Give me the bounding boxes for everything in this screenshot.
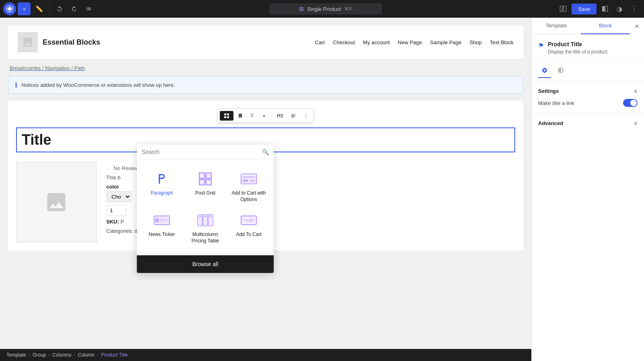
svg-rect-8 xyxy=(227,116,229,118)
nav-cart[interactable]: Cart xyxy=(315,39,325,45)
page-title-button[interactable]: ⊞ Single Product ⌘K xyxy=(269,3,382,14)
block-search-input[interactable] xyxy=(142,149,259,155)
inserter-item-news-ticker[interactable]: News Ticker xyxy=(140,207,184,249)
inserter-item-add-to-cart-options[interactable]: Add to Cart with Options xyxy=(227,166,270,207)
block-style-button[interactable] xyxy=(598,3,612,15)
page-title-shortcut: ⌘K xyxy=(344,6,352,12)
advanced-chevron: ∨ xyxy=(634,120,638,126)
undo-button[interactable] xyxy=(53,3,66,14)
sku-label: SKU: xyxy=(106,219,119,225)
product-title-text: Title xyxy=(22,131,51,148)
nav-myaccount[interactable]: My account xyxy=(363,39,390,45)
sidebar-icon-tabs xyxy=(532,62,644,82)
bookmark-sidebar-icon: ⚑ xyxy=(538,42,544,49)
more-options-button[interactable]: ⋮ xyxy=(627,2,641,16)
breadcrumb-template[interactable]: Template xyxy=(6,352,26,358)
view-button[interactable] xyxy=(556,3,570,15)
quantity-input[interactable] xyxy=(106,205,126,215)
nav-shop[interactable]: Shop xyxy=(469,39,481,45)
nav-checkout[interactable]: Checkout xyxy=(333,39,355,45)
breadcrumbs[interactable]: Breadcrumbs / Navigation / Path xyxy=(8,65,523,71)
svg-rect-7 xyxy=(224,116,226,118)
advanced-section-title[interactable]: Advanced ∨ xyxy=(538,120,638,126)
inserter-item-add-to-cart[interactable]: + Cart Add To Cart xyxy=(227,207,270,249)
bc-sep-2: › xyxy=(48,352,50,358)
breadcrumb-columns[interactable]: Columns xyxy=(52,352,71,358)
news-ticker-icon xyxy=(154,212,170,228)
close-icon: ✕ xyxy=(635,23,639,29)
sidebar-close-button[interactable]: ✕ xyxy=(630,18,644,34)
drag-handle[interactable]: ⠿ xyxy=(247,111,257,121)
settings-section-title[interactable]: Settings ∧ xyxy=(538,88,638,94)
breadcrumb-group[interactable]: Group xyxy=(33,352,46,358)
settings-chevron: ∧ xyxy=(634,88,638,94)
add-to-cart-options-icon xyxy=(241,171,257,187)
svg-rect-11 xyxy=(199,180,205,185)
settings-icon-tab[interactable] xyxy=(538,65,551,78)
svg-text:+ Cart: + Cart xyxy=(244,219,254,223)
browse-all-button[interactable]: Browse all xyxy=(137,255,274,273)
nav-newpage[interactable]: New Page xyxy=(398,39,422,45)
sidebar-product-description: Display the title of a product. xyxy=(548,49,609,55)
inserter-item-paragraph[interactable]: Paragraph xyxy=(140,166,184,207)
save-button[interactable]: Save xyxy=(572,4,597,14)
inserter-grid: Paragraph Post Grid xyxy=(137,160,274,255)
style-icon-tab[interactable] xyxy=(554,65,567,78)
toggle-row: Make title a link xyxy=(538,99,638,107)
list-view-button[interactable] xyxy=(82,3,95,14)
svg-rect-4 xyxy=(605,6,608,12)
add-to-cart-icon: + Cart xyxy=(241,212,257,228)
advanced-section: Advanced ∨ xyxy=(532,113,644,133)
nav-textblock[interactable]: Text Block xyxy=(490,39,514,45)
svg-rect-12 xyxy=(206,180,212,185)
make-title-link-toggle[interactable] xyxy=(623,99,638,107)
heading-h1-button[interactable]: H1 xyxy=(274,111,287,121)
align-button[interactable] xyxy=(287,111,299,121)
color-select[interactable]: Cho xyxy=(106,191,131,202)
right-sidebar: Template Block ✕ ⚑ Product Title Display… xyxy=(531,18,644,361)
info-icon: ℹ xyxy=(15,81,17,89)
main-layout: Essential Blocks Cart Checkout My accoun… xyxy=(0,18,644,361)
add-block-button[interactable]: + xyxy=(18,2,31,15)
toolbar-right: Save ◑ ⋮ xyxy=(556,2,641,16)
template-tab[interactable]: Template xyxy=(532,18,581,34)
edit-button[interactable]: ✏️ xyxy=(32,3,46,15)
bottom-breadcrumb: Template › Group › Columns › Column › Pr… xyxy=(0,349,531,361)
add-to-cart-options-label: Add to Cart with Options xyxy=(230,190,267,203)
add-to-cart-label: Add To Cart xyxy=(236,232,261,238)
redo-button[interactable] xyxy=(68,3,80,14)
breadcrumb-product-title[interactable]: Product Title xyxy=(101,352,128,358)
nav-samplepage[interactable]: Sample Page xyxy=(430,39,461,45)
block-type-button[interactable] xyxy=(220,111,233,121)
categories-label: Categories: xyxy=(106,228,133,234)
breadcrumb-column[interactable]: Column xyxy=(78,352,94,358)
bc-sep-3: › xyxy=(74,352,75,358)
block-toolbar: ⠿ H1 ⋮ xyxy=(218,109,314,123)
multicolumn-pricing-label: Multicolumn Pricing Table xyxy=(187,232,224,244)
move-up-down[interactable] xyxy=(258,111,270,121)
product-image xyxy=(16,162,97,242)
block-tab[interactable]: Block xyxy=(581,18,630,34)
svg-rect-20 xyxy=(160,221,167,222)
svg-rect-14 xyxy=(243,176,255,178)
contrast-button[interactable]: ◑ xyxy=(613,3,625,15)
inserter-search-area: 🔍 xyxy=(137,145,274,160)
bookmark-button[interactable] xyxy=(234,111,246,121)
more-block-options[interactable]: ⋮ xyxy=(300,111,312,121)
settings-section: Settings ∧ Make title a link xyxy=(532,82,644,113)
star-icon: ☆ xyxy=(106,165,111,171)
post-grid-icon xyxy=(197,171,213,187)
toolbar-divider-1 xyxy=(50,4,50,14)
notice-bar: ℹ Notices added by WooCommerce or extens… xyxy=(8,76,523,94)
inserter-item-multicolumn-pricing[interactable]: Multicolumn Pricing Table xyxy=(184,207,227,249)
inserter-item-post-grid[interactable]: Post Grid xyxy=(184,166,227,207)
svg-rect-26 xyxy=(209,216,212,217)
sidebar-product-info: ⚑ Product Title Display the title of a p… xyxy=(532,35,644,62)
wp-logo[interactable] xyxy=(3,2,16,15)
svg-rect-3 xyxy=(602,6,605,12)
paragraph-icon xyxy=(154,171,170,187)
toggle-knob xyxy=(630,100,637,106)
search-icon: 🔍 xyxy=(262,149,269,155)
svg-rect-9 xyxy=(199,173,205,178)
multicolumn-pricing-icon xyxy=(197,212,213,228)
